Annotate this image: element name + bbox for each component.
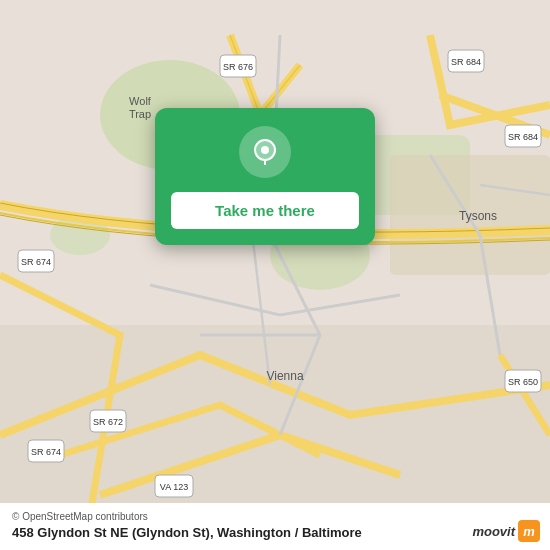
svg-text:SR 672: SR 672 — [93, 417, 123, 427]
address-text-2: Baltimore — [302, 525, 362, 540]
map-svg: Wolf Trap Tysons Vienna SR 676 SR 684 SR… — [0, 0, 550, 550]
map-attribution: © OpenStreetMap contributors — [12, 511, 538, 522]
svg-text:Wolf: Wolf — [129, 95, 152, 107]
moovit-wordmark: moovit — [472, 524, 515, 539]
moovit-icon-letter: m — [523, 524, 535, 539]
svg-text:SR 676: SR 676 — [223, 62, 253, 72]
svg-text:VA 123: VA 123 — [160, 482, 188, 492]
svg-point-29 — [261, 146, 269, 154]
moovit-icon: m — [518, 520, 540, 542]
address-text: 458 Glyndon St NE (Glyndon St), Washingt… — [12, 525, 298, 540]
svg-text:SR 674: SR 674 — [21, 257, 51, 267]
svg-text:SR 684: SR 684 — [451, 57, 481, 67]
map-container: Wolf Trap Tysons Vienna SR 676 SR 684 SR… — [0, 0, 550, 550]
popup-card: Take me there — [155, 108, 375, 245]
location-icon-container — [239, 126, 291, 178]
svg-text:Trap: Trap — [129, 108, 151, 120]
svg-text:SR 674: SR 674 — [31, 447, 61, 457]
svg-rect-5 — [0, 325, 550, 505]
svg-text:Vienna: Vienna — [266, 369, 303, 383]
svg-text:SR 650: SR 650 — [508, 377, 538, 387]
location-pin-icon — [252, 139, 278, 165]
svg-text:Tysons: Tysons — [459, 209, 497, 223]
svg-text:SR 684: SR 684 — [508, 132, 538, 142]
moovit-logo: moovit m — [472, 520, 540, 542]
bottom-info-bar: © OpenStreetMap contributors 458 Glyndon… — [0, 503, 550, 550]
take-me-there-button[interactable]: Take me there — [171, 192, 359, 229]
address-line: 458 Glyndon St NE (Glyndon St), Washingt… — [12, 525, 538, 540]
